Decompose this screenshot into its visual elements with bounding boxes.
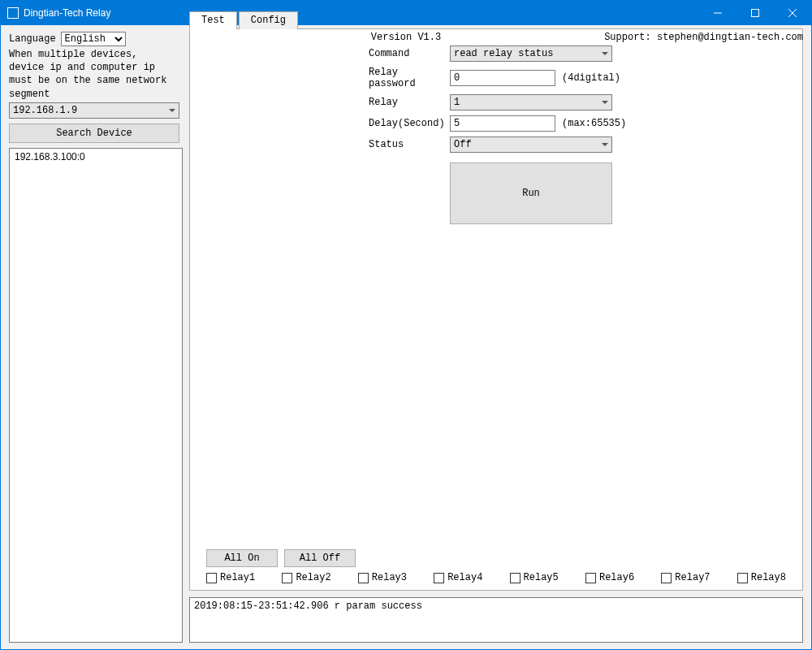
chevron-down-icon bbox=[602, 52, 608, 55]
relay-password-label: Relay password bbox=[369, 67, 450, 89]
device-list[interactable]: 192.168.3.100:0 bbox=[9, 148, 183, 643]
language-label: Language bbox=[9, 33, 56, 45]
relay-select[interactable]: 1 bbox=[450, 94, 612, 110]
app-icon bbox=[7, 7, 19, 19]
command-select[interactable]: read relay status bbox=[450, 46, 612, 62]
version-label: Version V1.3 bbox=[371, 32, 441, 43]
checkbox-icon bbox=[510, 573, 520, 583]
tab-test[interactable]: Test bbox=[189, 11, 237, 29]
delay-label: Delay(Second) bbox=[369, 118, 450, 129]
checkbox-icon bbox=[585, 573, 596, 583]
relay-checkbox-7[interactable]: Relay7 bbox=[661, 572, 710, 583]
checkbox-icon bbox=[358, 573, 369, 583]
local-ip-value: 192.168.1.9 bbox=[13, 105, 77, 116]
password-hint: (4digital) bbox=[562, 72, 620, 84]
relay-checkbox-8[interactable]: Relay8 bbox=[737, 572, 786, 583]
status-select[interactable]: Off bbox=[450, 136, 612, 153]
checkbox-icon bbox=[434, 573, 444, 583]
status-label: Status bbox=[369, 139, 450, 150]
relay-password-field[interactable] bbox=[450, 70, 555, 86]
network-note: When multiple devices, device ip and com… bbox=[9, 48, 183, 101]
tab-config[interactable]: Config bbox=[239, 11, 298, 29]
checkbox-icon bbox=[661, 573, 672, 583]
tab-bar: Test Config bbox=[189, 11, 803, 29]
chevron-down-icon bbox=[169, 109, 175, 112]
device-list-item[interactable]: 192.168.3.100:0 bbox=[13, 150, 179, 163]
delay-field[interactable] bbox=[450, 115, 555, 132]
tab-content: Command read relay status Relay password… bbox=[189, 29, 803, 591]
relay-checkbox-row: Relay1 Relay2 Relay3 Relay4 Relay5 Relay… bbox=[206, 572, 786, 583]
all-on-button[interactable]: All On bbox=[206, 549, 278, 567]
relay-checkbox-2[interactable]: Relay2 bbox=[282, 572, 330, 583]
log-output[interactable]: 2019:08:15-23:51:42.906 r param success bbox=[189, 597, 803, 643]
relay-checkbox-1[interactable]: Relay1 bbox=[206, 572, 255, 583]
support-label: Support: stephen@dingtian-tech.com bbox=[604, 32, 803, 43]
relay-checkbox-3[interactable]: Relay3 bbox=[358, 572, 407, 583]
search-device-button[interactable]: Search Device bbox=[9, 124, 179, 143]
relay-label: Relay bbox=[369, 97, 450, 108]
chevron-down-icon bbox=[602, 101, 608, 104]
command-label: Command bbox=[369, 48, 450, 59]
window-title: Dingtian-Tech Relay bbox=[24, 7, 110, 19]
relay-checkbox-5[interactable]: Relay5 bbox=[510, 572, 559, 583]
chevron-down-icon bbox=[602, 143, 608, 146]
local-ip-select[interactable]: 192.168.1.9 bbox=[9, 102, 179, 119]
checkbox-icon bbox=[737, 573, 748, 583]
delay-hint: (max:65535) bbox=[562, 118, 626, 129]
checkbox-icon bbox=[206, 573, 217, 583]
language-select[interactable]: English bbox=[61, 32, 126, 46]
checkbox-icon bbox=[282, 573, 292, 583]
run-button[interactable]: Run bbox=[450, 162, 612, 224]
relay-checkbox-4[interactable]: Relay4 bbox=[434, 572, 482, 583]
all-off-button[interactable]: All Off bbox=[284, 549, 356, 567]
log-line: 2019:08:15-23:51:42.906 r param success bbox=[194, 600, 798, 612]
relay-checkbox-6[interactable]: Relay6 bbox=[585, 572, 634, 583]
